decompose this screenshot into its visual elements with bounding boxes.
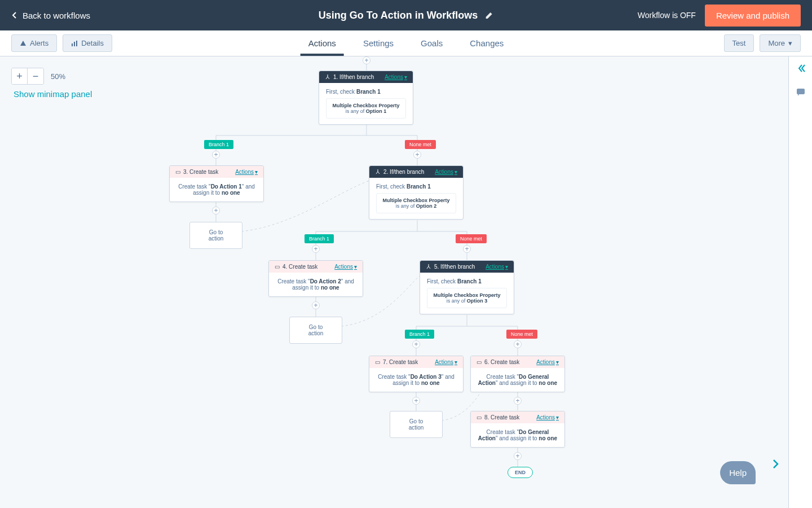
tab-settings[interactable]: Settings [363, 30, 394, 56]
test-button[interactable]: Test [724, 34, 754, 52]
goto-action-node[interactable]: Go to action [390, 411, 443, 438]
details-button[interactable]: Details [63, 34, 112, 52]
task-icon: ▭ [375, 359, 380, 365]
branch-tag: Branch 1 [204, 140, 233, 149]
tab-changes[interactable]: Changes [470, 30, 504, 56]
goto-action-node[interactable]: Go to action [189, 222, 242, 249]
node-actions-menu[interactable]: Actions ▾ [435, 169, 457, 175]
task-icon: ▭ [476, 414, 482, 421]
add-action-button[interactable]: + [212, 207, 220, 214]
back-label: Back to workflows [23, 11, 90, 20]
next-chevron-icon[interactable] [770, 458, 782, 472]
node-ifthen-2[interactable]: 2. If/then branchActions ▾ First, check … [369, 165, 464, 220]
svg-rect-3 [797, 89, 805, 94]
node-actions-menu[interactable]: Actions ▾ [435, 359, 457, 365]
add-action-button[interactable]: + [514, 452, 522, 460]
branch-tag: Branch 1 [405, 330, 434, 339]
node-create-task-7[interactable]: ▭7. Create taskActions ▾ Create task "Do… [369, 356, 464, 392]
node-actions-menu[interactable]: Actions ▾ [536, 414, 559, 421]
warning-icon [20, 40, 27, 47]
none-met-tag: None met [456, 234, 487, 243]
node-actions-menu[interactable]: Actions ▾ [235, 169, 258, 175]
tab-actions[interactable]: Actions [308, 30, 336, 56]
add-action-button[interactable]: + [212, 151, 220, 159]
node-ifthen-5[interactable]: 5. If/then branchActions ▾ First, check … [420, 260, 514, 314]
svg-rect-2 [76, 41, 77, 46]
task-icon: ▭ [476, 359, 482, 365]
end-node: END [508, 467, 533, 478]
goto-action-node[interactable]: Go to action [289, 317, 342, 344]
node-actions-menu[interactable]: Actions ▾ [536, 359, 559, 365]
node-create-task-3[interactable]: ▭3. Create taskActions ▾ Create task "Do… [169, 165, 264, 202]
branch-icon [375, 169, 381, 175]
back-to-workflows-link[interactable]: Back to workflows [11, 11, 90, 20]
collapse-panel-icon[interactable] [796, 63, 806, 76]
add-action-button[interactable]: + [514, 340, 522, 348]
node-create-task-6[interactable]: ▭6. Create taskActions ▾ Create task "Do… [470, 356, 565, 392]
node-create-task-4[interactable]: ▭4. Create taskActions ▾ Create task "Do… [268, 260, 363, 297]
add-action-button[interactable]: + [514, 397, 522, 405]
task-icon: ▭ [175, 169, 180, 175]
add-action-button[interactable]: + [412, 397, 420, 405]
side-rail [788, 56, 812, 508]
svg-rect-1 [74, 42, 75, 46]
comments-icon[interactable] [796, 87, 806, 99]
add-action-button[interactable]: + [312, 301, 320, 309]
add-action-button[interactable]: + [312, 245, 320, 253]
none-met-tag: None met [405, 140, 436, 149]
branch-tag: Branch 1 [304, 234, 334, 243]
help-button[interactable]: Help [720, 461, 756, 484]
branch-icon [426, 264, 431, 270]
branch-icon [325, 75, 330, 80]
chevron-left-icon [11, 12, 18, 19]
review-publish-button[interactable]: Review and publish [705, 5, 801, 27]
workflow-canvas[interactable]: + − 50% Show minimap panel [0, 56, 760, 508]
task-icon: ▭ [275, 264, 280, 270]
add-action-button[interactable]: + [412, 340, 420, 348]
node-ifthen-1[interactable]: 1. If/then branch Actions ▾ First, check… [319, 71, 413, 125]
workflow-title: Using Go To Action in Workflows [319, 10, 478, 21]
tab-goals[interactable]: Goals [421, 30, 443, 56]
caret-down-icon: ▾ [788, 39, 792, 47]
node-create-task-8[interactable]: ▭8. Create taskActions ▾ Create task "Do… [470, 411, 565, 448]
alerts-button[interactable]: Alerts [11, 34, 57, 52]
pencil-icon[interactable] [484, 11, 493, 20]
none-met-tag: None met [506, 330, 537, 339]
more-button[interactable]: More ▾ [760, 34, 801, 52]
workflow-status: Workflow is OFF [638, 11, 696, 20]
chart-icon [71, 40, 78, 47]
node-actions-menu[interactable]: Actions ▾ [334, 264, 357, 270]
svg-rect-0 [72, 43, 73, 46]
add-action-button[interactable]: + [413, 151, 421, 159]
node-actions-menu[interactable]: Actions ▾ [385, 74, 407, 80]
add-action-button[interactable]: + [363, 56, 370, 64]
node-actions-menu[interactable]: Actions ▾ [486, 264, 508, 270]
add-action-button[interactable]: + [463, 245, 471, 253]
